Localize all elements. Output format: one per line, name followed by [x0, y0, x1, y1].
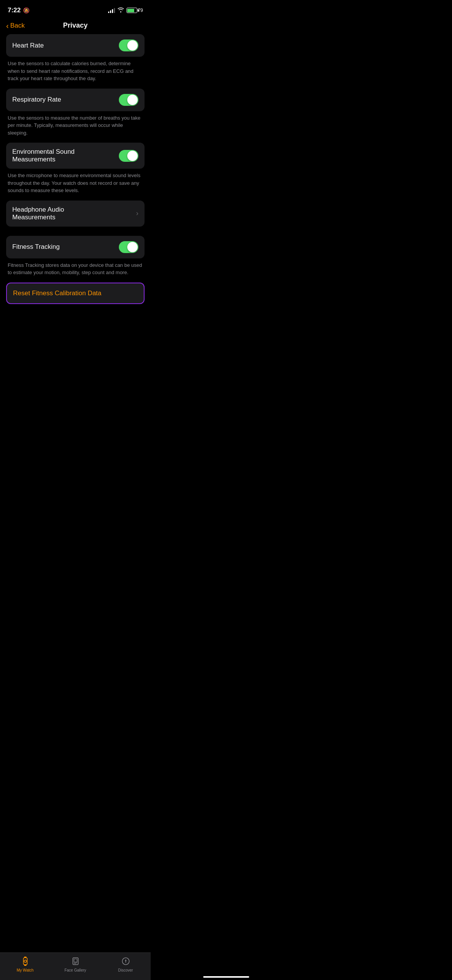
battery-icon: 79	[127, 8, 143, 13]
fitness-tracking-description: Fitness Tracking stores data on your dev…	[6, 261, 145, 276]
heart-rate-label: Heart Rate	[12, 42, 44, 49]
environmental-sound-row: Environmental Sound Measurements	[6, 143, 145, 169]
fitness-tracking-toggle[interactable]	[119, 241, 138, 253]
fitness-tracking-row: Fitness Tracking	[6, 236, 145, 258]
signal-icon	[108, 8, 115, 13]
respiratory-rate-row: Respiratory Rate	[6, 89, 145, 111]
spacer	[6, 230, 145, 236]
reset-fitness-button[interactable]: Reset Fitness Calibration Data	[6, 283, 145, 304]
status-bar: 7:22 🔕 79	[0, 0, 151, 18]
heart-rate-description: Use the sensors to calculate calories bu…	[6, 60, 145, 82]
back-chevron-icon: ‹	[6, 22, 9, 30]
heart-rate-toggle[interactable]	[119, 39, 138, 51]
chevron-right-icon: ›	[136, 209, 138, 217]
toggle-knob	[127, 242, 138, 252]
fitness-tracking-label: Fitness Tracking	[12, 243, 60, 251]
status-time: 7:22 🔕	[8, 7, 30, 14]
back-label: Back	[10, 22, 25, 30]
environmental-sound-label: Environmental Sound Measurements	[12, 148, 100, 163]
nav-header: ‹ Back Privacy	[0, 18, 151, 34]
respiratory-rate-toggle[interactable]	[119, 94, 138, 106]
headphone-audio-label: Headphone Audio Measurements	[12, 206, 100, 221]
toggle-knob	[127, 95, 138, 105]
toggle-knob	[127, 151, 138, 161]
environmental-sound-toggle[interactable]	[119, 150, 138, 162]
heart-rate-row: Heart Rate	[6, 34, 145, 57]
reset-fitness-label: Reset Fitness Calibration Data	[13, 289, 102, 297]
headphone-audio-row[interactable]: Headphone Audio Measurements ›	[6, 201, 145, 227]
battery-percent: 79	[138, 8, 143, 13]
mute-icon: 🔕	[23, 7, 30, 13]
main-content: Heart Rate Use the sensors to calculate …	[0, 34, 151, 345]
respiratory-rate-description: Use the sensors to measure the number of…	[6, 114, 145, 137]
environmental-sound-description: Use the microphone to measure environmen…	[6, 172, 145, 194]
page-title: Privacy	[63, 21, 87, 30]
respiratory-rate-label: Respiratory Rate	[12, 96, 61, 104]
toggle-knob	[127, 40, 138, 51]
wifi-icon	[117, 7, 124, 14]
status-icons: 79	[108, 7, 143, 14]
back-button[interactable]: ‹ Back	[6, 22, 25, 30]
time-display: 7:22	[8, 7, 21, 14]
